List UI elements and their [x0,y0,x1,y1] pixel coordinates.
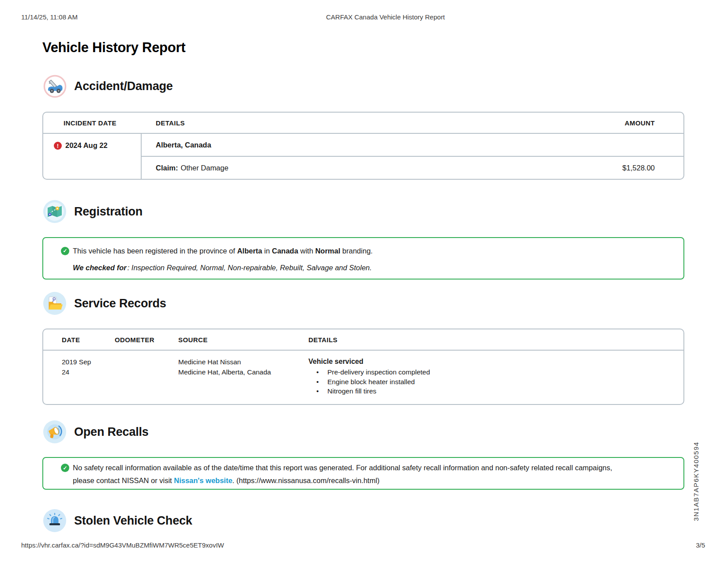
service-details-list: Pre-delivery inspection completedEngine … [308,367,683,396]
footer-page-number: 3/5 [696,541,705,549]
registration-checked-for-text: We checked for: Inspection Required, Nor… [73,259,673,276]
accident-table-header-row: INCIDENT DATE DETAILS AMOUNT [43,113,683,134]
incident-location: Alberta, Canada [142,134,683,157]
service-detail-item: Nitrogen fill tires [308,386,683,396]
claim-amount: $1,528.00 [623,164,683,172]
alert-circle-icon [54,142,62,150]
check-circle-icon [61,464,69,472]
section-heading-registration: Registration [74,205,143,219]
print-datetime: 11/14/25, 11:08 AM [21,13,78,21]
service-table-row: 2019 Sep 24 Medicine Hat Nissan Medicine… [43,351,683,404]
service-detail-item: Pre-delivery inspection completed [308,367,683,377]
accident-table: INCIDENT DATE DETAILS AMOUNT 2024 Aug 22… [42,112,684,180]
footer-report-url: https://vhr.carfax.ca/?id=sdM9G43VMuBZMf… [21,541,224,549]
registration-status-box: This vehicle has been registered in the … [42,237,684,280]
print-header-title: CARFAX Canada Vehicle History Report [326,13,445,21]
recalls-status-box: No safety recall information available a… [42,457,684,490]
accident-table-row: 2024 Aug 22 Alberta, Canada Claim: Other… [43,134,683,179]
vin-sidebar-text: 3N1AB7AP6KY400594 [692,442,700,521]
section-header-service-records: Service Records [43,291,166,315]
claim-value: Other Damage [180,164,228,172]
section-header-open-recalls: Open Recalls [43,420,149,444]
section-header-accident-damage: Accident/Damage [43,74,173,98]
section-header-registration: Registration [43,200,143,223]
nissan-website-link[interactable]: Nissan's website [174,476,232,484]
recalls-status-text: No safety recall information available a… [73,461,633,487]
service-col-details: DETAILS [308,336,683,344]
registration-status-text: This vehicle has been registered in the … [73,247,373,255]
service-col-date: DATE [43,336,115,344]
service-odometer-cell [115,357,178,396]
service-records-table: DATE ODOMETER SOURCE DETAILS 2019 Sep 24… [42,329,684,405]
incident-date-value: 2024 Aug 22 [65,141,108,150]
service-source-cell: Medicine Hat Nissan Medicine Hat, Albert… [178,357,308,396]
section-heading-accident-damage: Accident/Damage [74,79,173,93]
megaphone-icon [43,420,67,444]
section-heading-stolen-vehicle-check: Stolen Vehicle Check [74,514,192,528]
service-col-odometer: ODOMETER [115,336,178,344]
service-folder-icon [43,292,67,315]
service-detail-item: Engine block heater installed [308,377,683,387]
service-col-source: SOURCE [178,336,308,344]
claim-label: Claim: [156,164,178,172]
section-heading-open-recalls: Open Recalls [74,425,149,439]
siren-icon [43,509,67,533]
incident-date-cell: 2024 Aug 22 [43,134,142,179]
service-details-title: Vehicle serviced [308,357,683,367]
section-header-stolen-vehicle-check: Stolen Vehicle Check [43,509,192,533]
incident-claim-row: Claim: Other Damage $1,528.00 [142,157,683,179]
section-heading-service-records: Service Records [74,297,166,310]
service-table-header-row: DATE ODOMETER SOURCE DETAILS [43,329,683,351]
accident-col-details: DETAILS [142,119,569,127]
map-route-icon [43,200,67,223]
accident-col-amount: AMOUNT [569,119,683,127]
accident-col-incident-date: INCIDENT DATE [43,119,142,127]
service-details-cell: Vehicle serviced Pre-delivery inspection… [308,357,683,396]
page-title: Vehicle History Report [42,40,185,56]
tow-truck-icon [43,75,67,98]
service-date-cell: 2019 Sep 24 [43,357,115,396]
check-circle-icon [61,247,69,255]
